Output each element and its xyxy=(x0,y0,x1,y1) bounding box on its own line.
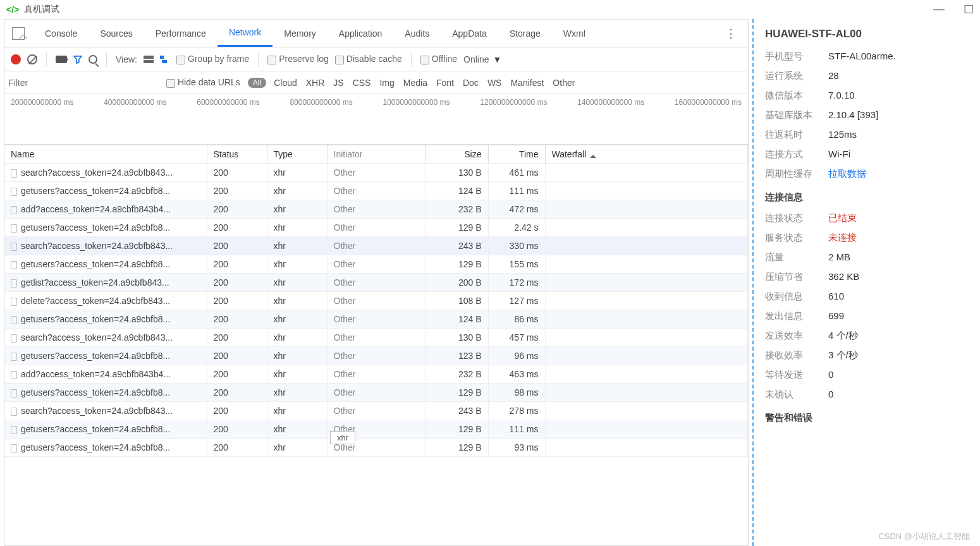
info-value: 125ms xyxy=(828,129,969,141)
info-key: 往返耗时 xyxy=(765,129,828,141)
request-row[interactable]: delete?access_token=24.a9cbfb843...200xh… xyxy=(4,292,748,310)
request-row[interactable]: getlist?access_token=24.a9cbfb843...200x… xyxy=(4,274,748,292)
request-row[interactable]: getusers?access_token=24.a9cbfb8...200xh… xyxy=(4,182,748,200)
group-by-frame-checkbox[interactable] xyxy=(176,56,185,64)
offline-label: Offline xyxy=(432,54,457,64)
filter-type-css[interactable]: CSS xyxy=(353,78,371,88)
timeline-tick: 1000000000000 ms xyxy=(383,98,450,107)
request-row[interactable]: search?access_token=24.a9cbfb843...200xh… xyxy=(4,329,748,347)
col-initiator[interactable]: Initiator xyxy=(327,145,425,164)
device-info-panel: HUAWEI-STF-AL00 手机型号STF-AL00arme.运行系统28微… xyxy=(752,19,980,546)
filter-type-ws[interactable]: WS xyxy=(487,78,502,88)
filter-toolbar: Hide data URLs All CloudXHRJSCSSImgMedia… xyxy=(4,71,748,94)
file-icon xyxy=(11,316,17,324)
file-icon xyxy=(11,298,17,306)
clear-icon[interactable] xyxy=(27,54,37,64)
request-row[interactable]: add?access_token=24.a9cbfb843b4...200xhr… xyxy=(4,365,748,384)
disable-cache-label: Disable cache xyxy=(346,54,402,64)
tab-performance[interactable]: Performance xyxy=(144,20,217,47)
minimize-button[interactable]: — xyxy=(933,3,945,16)
tab-console[interactable]: Console xyxy=(34,20,89,47)
info-row: 收到信息610 xyxy=(765,291,969,303)
file-icon xyxy=(11,426,17,434)
request-row[interactable]: getusers?access_token=24.a9cbfb8...200xh… xyxy=(4,255,748,274)
filter-type-doc[interactable]: Doc xyxy=(463,78,479,88)
col-name[interactable]: Name xyxy=(4,145,207,164)
filter-all-pill[interactable]: All xyxy=(248,78,266,88)
offline-checkbox[interactable] xyxy=(420,56,429,64)
tab-network[interactable]: Network xyxy=(217,20,273,47)
devtools-panel: ConsoleSourcesPerformanceNetworkMemoryAp… xyxy=(4,19,749,546)
network-table: Name Status Type Initiator Size Time Wat… xyxy=(4,145,748,545)
device-name: HUAWEI-STF-AL00 xyxy=(765,28,969,40)
info-row: 连接方式Wi-Fi xyxy=(765,149,969,161)
network-toolbar: View: Group by frame Preserve log Disabl… xyxy=(4,47,748,71)
filter-type-manifest[interactable]: Manifest xyxy=(510,78,544,88)
info-key: 收到信息 xyxy=(765,291,828,303)
file-icon xyxy=(11,444,17,452)
timeline-overview[interactable]: 200000000000 ms400000000000 ms6000000000… xyxy=(4,94,748,145)
info-row: 发送效率4 个/秒 xyxy=(765,330,969,342)
info-key: 基础库版本 xyxy=(765,109,828,121)
tab-audits[interactable]: Audits xyxy=(393,20,441,47)
info-value[interactable]: 拉取数据 xyxy=(828,168,969,180)
tab-appdata[interactable]: AppData xyxy=(441,20,498,47)
filter-type-js[interactable]: JS xyxy=(333,78,343,88)
tab-storage[interactable]: Storage xyxy=(498,20,552,47)
info-key: 连接状态 xyxy=(765,212,828,224)
disable-cache-checkbox[interactable] xyxy=(335,56,344,64)
info-key: 周期性缓存 xyxy=(765,168,828,180)
col-status[interactable]: Status xyxy=(207,145,267,164)
record-icon[interactable] xyxy=(11,54,21,64)
info-row: 等待发送0 xyxy=(765,369,969,381)
maximize-button[interactable]: ☐ xyxy=(964,3,974,16)
col-size[interactable]: Size xyxy=(425,145,488,164)
request-row[interactable]: search?access_token=24.a9cbfb843...200xh… xyxy=(4,237,748,255)
info-value: 2 MB xyxy=(828,252,969,264)
request-row[interactable]: getusers?access_token=24.a9cbfb8...200xh… xyxy=(4,420,748,439)
tab-application[interactable]: Application xyxy=(328,20,394,47)
request-row[interactable]: add?access_token=24.a9cbfb843b4...200xhr… xyxy=(4,200,748,219)
request-row[interactable]: getusers?access_token=24.a9cbfb8...200xh… xyxy=(4,310,748,329)
file-icon xyxy=(11,371,17,379)
request-row[interactable]: getusers?access_token=24.a9cbfb8...200xh… xyxy=(4,384,748,402)
tab-wxml[interactable]: Wxml xyxy=(552,20,597,47)
filter-type-img[interactable]: Img xyxy=(379,78,394,88)
tab-sources[interactable]: Sources xyxy=(89,20,144,47)
more-menu-icon[interactable]: ⋮ xyxy=(715,27,748,40)
filter-type-cloud[interactable]: Cloud xyxy=(274,78,297,88)
filter-type-font[interactable]: Font xyxy=(436,78,454,88)
request-row[interactable]: search?access_token=24.a9cbfb843...200xh… xyxy=(4,402,748,420)
group-by-frame-label: Group by frame xyxy=(188,54,249,64)
separator xyxy=(46,52,47,66)
filter-type-xhr[interactable]: XHR xyxy=(306,78,325,88)
info-value: 28 xyxy=(828,70,969,82)
col-type[interactable]: Type xyxy=(267,145,327,164)
search-icon[interactable] xyxy=(89,55,97,64)
inspect-icon[interactable] xyxy=(12,27,25,40)
col-waterfall[interactable]: Waterfall xyxy=(545,145,748,164)
filter-type-media[interactable]: Media xyxy=(403,78,427,88)
filter-icon[interactable] xyxy=(73,55,82,64)
preserve-log-checkbox[interactable] xyxy=(267,56,276,64)
info-key: 运行系统 xyxy=(765,70,828,82)
throttle-select[interactable]: Online▼ xyxy=(463,54,501,64)
filter-type-other[interactable]: Other xyxy=(553,78,575,88)
request-row[interactable]: getusers?access_token=24.a9cbfb8...200xh… xyxy=(4,347,748,365)
waterfall-view-icon[interactable] xyxy=(160,56,170,63)
screenshot-icon[interactable] xyxy=(56,56,67,63)
filter-input[interactable] xyxy=(7,75,159,90)
info-value: 4 个/秒 xyxy=(828,330,969,342)
large-rows-icon[interactable] xyxy=(144,56,154,63)
info-value: 未连接 xyxy=(828,232,969,244)
col-time[interactable]: Time xyxy=(488,145,545,164)
info-value: 7.0.10 xyxy=(828,90,969,102)
request-row[interactable]: search?access_token=24.a9cbfb843...200xh… xyxy=(4,164,748,182)
request-row[interactable]: getusers?access_token=24.a9cbfb8...200xh… xyxy=(4,439,748,457)
tab-memory[interactable]: Memory xyxy=(273,20,328,47)
info-value: 362 KB xyxy=(828,271,969,283)
hide-data-urls-checkbox[interactable] xyxy=(166,79,175,88)
preserve-log-label: Preserve log xyxy=(279,54,329,64)
app-icon: </> xyxy=(6,4,19,15)
request-row[interactable]: getusers?access_token=24.a9cbfb8...200xh… xyxy=(4,219,748,237)
